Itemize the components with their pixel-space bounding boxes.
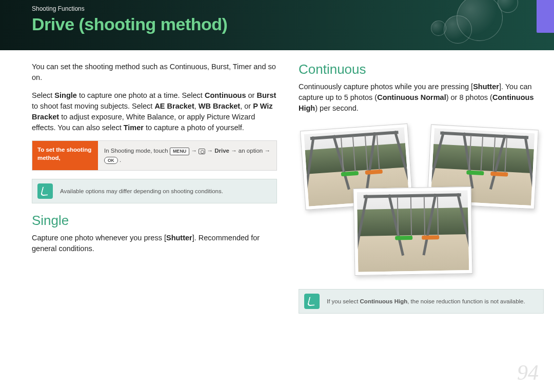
- note-text: If you select Continuous High, the noise…: [327, 298, 525, 304]
- note-text: Available options may differ depending o…: [60, 188, 223, 194]
- continuous-body: Continuously capture photos while you ar…: [299, 81, 544, 114]
- single-heading: Single: [32, 213, 277, 229]
- note-icon: [304, 294, 320, 309]
- instruction-label: To set the shooting method,: [32, 141, 98, 170]
- page-header: Shooting Functions Drive (shooting metho…: [0, 0, 554, 50]
- right-column: Continuous Continuously capture photos w…: [299, 61, 550, 319]
- instruction-box: To set the shooting method, In Shooting …: [32, 140, 277, 171]
- ok-key-icon: OK: [104, 157, 118, 164]
- continuous-heading: Continuous: [299, 61, 544, 77]
- page-title: Drive (shooting method): [32, 14, 554, 34]
- intro-paragraph-1: You can set the shooting method such as …: [32, 61, 277, 83]
- single-body: Capture one photo whenever you press [Sh…: [32, 233, 277, 254]
- sample-photo-stack: [299, 121, 544, 280]
- instruction-body: In Shooting mode, touch MENU → → Drive →…: [98, 141, 276, 170]
- note-box-right: If you select Continuous High, the noise…: [299, 289, 544, 314]
- breadcrumb: Shooting Functions: [32, 5, 554, 12]
- page-number: 94: [517, 360, 539, 385]
- intro-paragraph-2: Select Single to capture one photo at a …: [32, 90, 277, 133]
- note-box-left: Available options may differ depending o…: [32, 179, 277, 203]
- corner-tab: [537, 0, 554, 33]
- sample-photo: [353, 187, 473, 276]
- menu-key-icon: MENU: [170, 148, 190, 155]
- note-icon: [37, 183, 53, 199]
- left-column: You can set the shooting method such as …: [32, 61, 283, 319]
- camera-icon: [199, 149, 205, 154]
